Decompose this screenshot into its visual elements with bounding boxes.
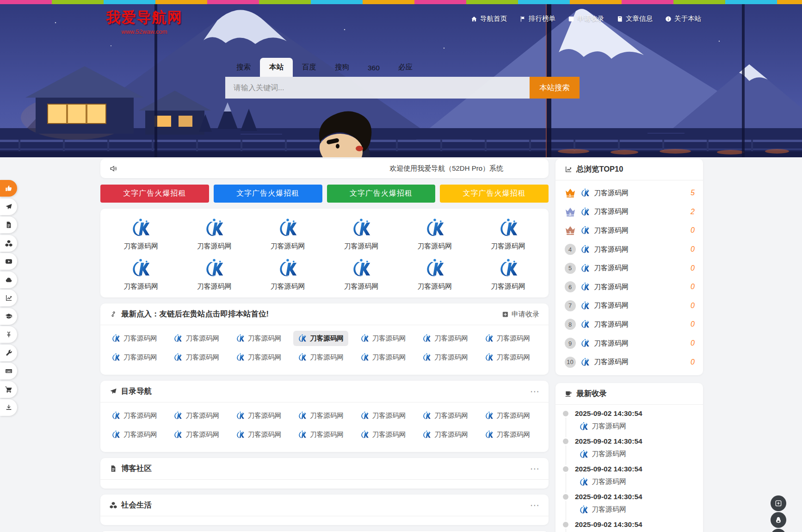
featured-site-link[interactable]: 刀客源码网 <box>324 218 398 251</box>
dock-item[interactable] <box>0 381 17 398</box>
top10-row[interactable]: 2 刀客源码网 2 <box>564 203 695 222</box>
top10-row[interactable]: 3 刀客源码网 0 <box>564 221 695 240</box>
dock-item[interactable] <box>0 399 17 416</box>
featured-site-link[interactable]: 刀客源码网 <box>398 218 471 251</box>
site-link[interactable]: 刀客源码网 <box>107 331 162 346</box>
site-logo-icon <box>278 218 298 238</box>
dock-item[interactable] <box>0 272 17 288</box>
top10-row[interactable]: 1 刀客源码网 5 <box>564 184 695 203</box>
site-link[interactable]: 刀客源码网 <box>293 331 348 346</box>
dock-item[interactable] <box>0 326 17 343</box>
ad-button[interactable]: 文字广告火爆招租 <box>327 185 436 203</box>
ad-button[interactable]: 文字广告火爆招租 <box>440 185 549 203</box>
featured-site-link[interactable]: 刀客源码网 <box>471 258 545 291</box>
more-icon[interactable] <box>530 389 539 394</box>
top10-row[interactable]: 4 刀客源码网 0 <box>564 240 695 259</box>
site-link[interactable]: 刀客源码网 <box>480 350 535 365</box>
site-link[interactable]: 刀客源码网 <box>231 350 286 365</box>
site-logo[interactable]: 我爱导航网 www.52waw.com <box>103 8 186 35</box>
top10-row[interactable]: 8 刀客源码网 0 <box>564 315 695 334</box>
dock-item[interactable] <box>0 253 17 270</box>
site-link[interactable]: 刀客源码网 <box>293 427 348 442</box>
site-link[interactable]: 刀客源码网 <box>293 350 348 365</box>
top-nav-item[interactable]: 文章信息 <box>617 14 653 23</box>
site-link[interactable]: 刀客源码网 <box>356 408 411 423</box>
site-link[interactable]: 刀客源码网 <box>231 427 286 442</box>
back-to-top-fab[interactable] <box>771 529 786 532</box>
dock-item[interactable] <box>0 198 17 215</box>
dock-item[interactable] <box>0 290 17 306</box>
site-link[interactable]: 刀客源码网 <box>418 408 473 423</box>
search-engine-tab[interactable]: 必应 <box>389 58 422 77</box>
top-nav-item[interactable]: 导航首页 <box>471 14 507 23</box>
add-site-fab[interactable] <box>771 495 786 511</box>
top-nav-item[interactable]: 排行榜单 <box>519 14 555 23</box>
site-link[interactable]: 刀客源码网 <box>107 350 162 365</box>
site-link[interactable]: 刀客源码网 <box>480 408 535 423</box>
search-engine-tab[interactable]: 搜狗 <box>326 58 358 77</box>
ad-button[interactable]: 文字广告火爆招租 <box>214 185 322 203</box>
featured-site-link[interactable]: 刀客源码网 <box>104 218 178 251</box>
search-box: 搜索本站百度搜狗360必应 本站搜索 <box>225 57 580 99</box>
featured-site-link[interactable]: 刀客源码网 <box>251 218 325 251</box>
top10-row[interactable]: 10 刀客源码网 0 <box>564 353 695 371</box>
more-icon[interactable] <box>530 466 539 471</box>
search-button[interactable]: 本站搜索 <box>530 77 580 99</box>
view-count: 2 <box>691 208 695 216</box>
site-link[interactable]: 刀客源码网 <box>579 477 696 487</box>
top10-row[interactable]: 5 刀客源码网 0 <box>564 259 695 278</box>
featured-site-link[interactable]: 刀客源码网 <box>178 218 251 251</box>
site-link[interactable]: 刀客源码网 <box>293 408 348 423</box>
site-link[interactable]: 刀客源码网 <box>579 450 696 459</box>
site-link[interactable]: 刀客源码网 <box>418 427 473 442</box>
site-link[interactable]: 刀客源码网 <box>169 350 224 365</box>
section-title: 目录导航 <box>121 386 152 396</box>
site-link[interactable]: 刀客源码网 <box>231 408 286 423</box>
top10-row[interactable]: 9 刀客源码网 0 <box>564 334 695 353</box>
top-nav-item[interactable]: 关于本站 <box>665 14 701 23</box>
site-link[interactable]: 刀客源码网 <box>480 331 535 346</box>
site-link[interactable]: 刀客源码网 <box>169 331 224 346</box>
featured-site-link[interactable]: 刀客源码网 <box>251 258 325 291</box>
more-icon[interactable] <box>530 503 539 507</box>
site-link[interactable]: 刀客源码网 <box>579 422 696 431</box>
featured-site-link[interactable]: 刀客源码网 <box>398 258 471 291</box>
site-link[interactable]: 刀客源码网 <box>579 505 696 514</box>
site-link[interactable]: 刀客源码网 <box>356 331 411 346</box>
paper-plane-icon <box>110 388 117 395</box>
dock-item[interactable] <box>0 363 17 379</box>
site-link[interactable]: 刀客源码网 <box>231 331 286 346</box>
dock-item[interactable] <box>0 180 17 197</box>
site-link[interactable]: 刀客源码网 <box>356 427 411 442</box>
site-link[interactable]: 刀客源码网 <box>480 427 535 442</box>
site-link[interactable]: 刀客源码网 <box>356 350 411 365</box>
top-nav-item[interactable]: 申请收录 <box>568 14 604 23</box>
site-link[interactable]: 刀客源码网 <box>107 408 162 423</box>
featured-site-link[interactable]: 刀客源码网 <box>178 258 251 291</box>
site-link[interactable]: 刀客源码网 <box>418 331 473 346</box>
search-input[interactable] <box>225 77 530 99</box>
view-count: 0 <box>691 320 695 328</box>
dock-item[interactable] <box>0 345 17 361</box>
ad-button[interactable]: 文字广告火爆招租 <box>100 185 209 203</box>
featured-site-link[interactable]: 刀客源码网 <box>471 218 545 251</box>
featured-site-link[interactable]: 刀客源码网 <box>324 258 398 291</box>
search-engine-tab[interactable]: 搜索 <box>227 58 260 77</box>
timeline-dot <box>563 466 568 472</box>
rank-badge: 8 <box>565 319 576 330</box>
dock-item[interactable] <box>0 217 17 233</box>
search-engine-tab[interactable]: 本站 <box>260 58 293 77</box>
featured-site-link[interactable]: 刀客源码网 <box>104 258 178 291</box>
dock-item[interactable] <box>0 308 17 325</box>
qq-contact-fab[interactable] <box>771 512 786 528</box>
top10-row[interactable]: 7 刀客源码网 0 <box>564 297 695 315</box>
search-engine-tab[interactable]: 360 <box>358 59 389 77</box>
site-link[interactable]: 刀客源码网 <box>107 427 162 442</box>
site-link[interactable]: 刀客源码网 <box>418 350 473 365</box>
top10-row[interactable]: 6 刀客源码网 0 <box>564 278 695 297</box>
apply-inclusion-button[interactable]: 申请收录 <box>502 310 539 319</box>
site-link[interactable]: 刀客源码网 <box>169 427 224 442</box>
search-engine-tab[interactable]: 百度 <box>293 58 326 77</box>
dock-item[interactable] <box>0 235 17 252</box>
site-link[interactable]: 刀客源码网 <box>169 408 224 423</box>
